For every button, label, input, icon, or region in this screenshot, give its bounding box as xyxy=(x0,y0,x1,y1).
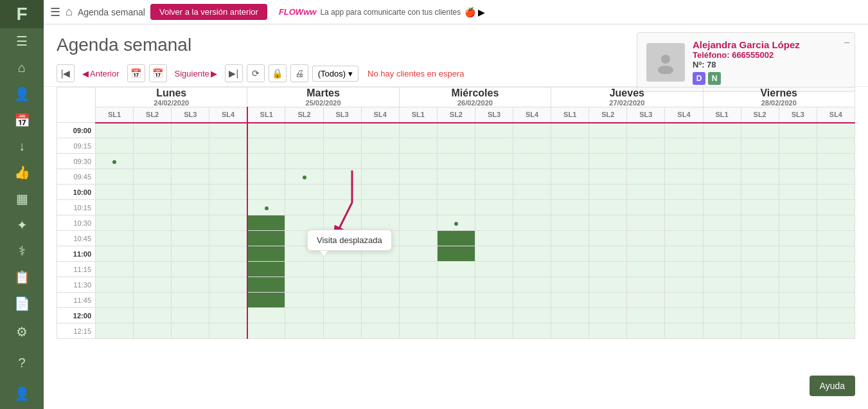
calendar-cell[interactable] xyxy=(361,231,399,246)
calendar-cell[interactable] xyxy=(323,246,361,262)
calendar-cell[interactable] xyxy=(665,323,703,339)
calendar-cell[interactable] xyxy=(589,185,627,200)
calendar-cell[interactable] xyxy=(399,262,437,277)
calendar-cell[interactable] xyxy=(779,293,817,308)
calendar-cell[interactable] xyxy=(665,138,703,154)
calendar-cell[interactable] xyxy=(437,277,475,293)
calendar-cell[interactable] xyxy=(741,231,779,246)
calendar-cell[interactable] xyxy=(589,138,627,154)
calendar-cell[interactable] xyxy=(361,200,399,215)
calendar-cell[interactable] xyxy=(323,215,361,231)
calendar-cell[interactable] xyxy=(247,246,285,262)
calendar-cell[interactable] xyxy=(361,154,399,169)
calendar-cell[interactable] xyxy=(247,154,285,169)
calendar-cell[interactable] xyxy=(96,138,134,154)
calendar-cell[interactable] xyxy=(361,246,399,262)
calendar-cell[interactable] xyxy=(551,138,589,154)
calendar-cell[interactable] xyxy=(285,277,323,293)
sidebar-item-download[interactable]: ↓ xyxy=(0,133,44,159)
calendar-cell[interactable] xyxy=(475,200,513,215)
print-button[interactable]: 🖨 xyxy=(290,64,308,82)
calendar-cell[interactable] xyxy=(285,308,323,323)
calendar-cell[interactable] xyxy=(703,138,741,154)
calendar-icon-2[interactable]: 📅 xyxy=(149,64,167,82)
calendar-cell[interactable] xyxy=(817,169,855,185)
calendar-cell[interactable] xyxy=(665,262,703,277)
calendar-cell[interactable] xyxy=(172,308,209,323)
calendar-cell[interactable] xyxy=(513,123,551,138)
calendar-cell[interactable] xyxy=(703,231,741,246)
calendar-cell[interactable] xyxy=(589,169,627,185)
calendar-cell[interactable] xyxy=(172,169,209,185)
calendar-cell[interactable] xyxy=(475,246,513,262)
calendar-cell[interactable] xyxy=(285,323,323,339)
calendar-cell[interactable] xyxy=(741,215,779,231)
calendar-cell[interactable] xyxy=(475,323,513,339)
calendar-cell[interactable] xyxy=(741,262,779,277)
calendar-cell[interactable] xyxy=(665,154,703,169)
calendar-cell[interactable] xyxy=(134,293,172,308)
calendar-cell[interactable] xyxy=(703,323,741,339)
calendar-grid-container[interactable]: Lunes 24/02/2020 Martes 25/02/2020 Miérc… xyxy=(57,87,855,392)
calendar-cell[interactable] xyxy=(361,323,399,339)
calendar-cell[interactable] xyxy=(665,215,703,231)
calendar-cell[interactable] xyxy=(589,246,627,262)
sidebar-item-person[interactable]: 👤 xyxy=(0,81,44,107)
calendar-icon-1[interactable]: 📅 xyxy=(127,64,145,82)
calendar-cell[interactable] xyxy=(513,185,551,200)
calendar-cell[interactable] xyxy=(209,246,247,262)
sidebar-item-settings[interactable]: ⚙ xyxy=(0,316,44,347)
calendar-cell[interactable] xyxy=(741,123,779,138)
calendar-cell[interactable] xyxy=(703,200,741,215)
calendar-cell[interactable] xyxy=(627,123,665,138)
calendar-cell[interactable] xyxy=(247,308,285,323)
calendar-cell[interactable] xyxy=(96,246,134,262)
calendar-cell[interactable] xyxy=(665,277,703,293)
sidebar-item-like[interactable]: 👍 xyxy=(0,159,44,186)
calendar-cell[interactable] xyxy=(172,231,209,246)
calendar-cell[interactable] xyxy=(361,277,399,293)
calendar-cell[interactable] xyxy=(172,293,209,308)
calendar-cell[interactable] xyxy=(703,169,741,185)
sidebar-item-calendar[interactable]: 📅 xyxy=(0,107,44,133)
calendar-cell[interactable] xyxy=(285,138,323,154)
calendar-cell[interactable] xyxy=(817,262,855,277)
calendar-cell[interactable] xyxy=(247,123,285,138)
calendar-cell[interactable] xyxy=(209,277,247,293)
calendar-cell[interactable] xyxy=(96,169,134,185)
calendar-cell[interactable] xyxy=(323,154,361,169)
calendar-cell[interactable] xyxy=(741,293,779,308)
calendar-cell[interactable] xyxy=(134,308,172,323)
calendar-cell[interactable] xyxy=(399,246,437,262)
calendar-cell[interactable] xyxy=(779,262,817,277)
calendar-cell[interactable] xyxy=(247,185,285,200)
calendar-cell[interactable] xyxy=(741,138,779,154)
calendar-cell[interactable] xyxy=(817,138,855,154)
calendar-cell[interactable] xyxy=(134,185,172,200)
calendar-cell[interactable] xyxy=(551,308,589,323)
calendar-cell[interactable] xyxy=(96,123,134,138)
calendar-cell[interactable] xyxy=(209,231,247,246)
calendar-cell[interactable] xyxy=(779,277,817,293)
calendar-cell[interactable] xyxy=(551,200,589,215)
calendar-cell[interactable] xyxy=(209,138,247,154)
calendar-cell[interactable] xyxy=(134,123,172,138)
calendar-cell[interactable] xyxy=(399,138,437,154)
calendar-cell[interactable] xyxy=(96,293,134,308)
calendar-cell[interactable] xyxy=(589,200,627,215)
calendar-cell[interactable] xyxy=(703,277,741,293)
calendar-cell[interactable] xyxy=(551,323,589,339)
calendar-cell[interactable] xyxy=(285,246,323,262)
calendar-cell[interactable] xyxy=(513,138,551,154)
first-button[interactable]: |◀ xyxy=(57,64,75,82)
sidebar-item-menu[interactable]: ☰ xyxy=(0,28,44,55)
lock-button[interactable]: 🔒 xyxy=(269,64,287,82)
calendar-cell[interactable] xyxy=(703,262,741,277)
calendar-cell[interactable] xyxy=(399,308,437,323)
calendar-cell[interactable] xyxy=(703,246,741,262)
refresh-button[interactable]: ⟳ xyxy=(247,64,265,82)
calendar-cell[interactable] xyxy=(589,215,627,231)
calendar-cell[interactable] xyxy=(741,200,779,215)
calendar-cell[interactable] xyxy=(513,154,551,169)
calendar-cell[interactable] xyxy=(475,138,513,154)
